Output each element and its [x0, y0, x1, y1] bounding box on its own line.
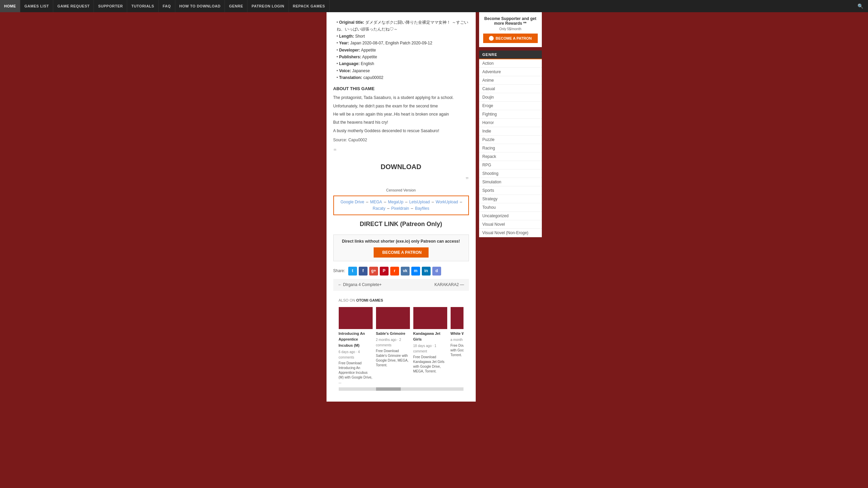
also-on-title-1: Introducing An Apprentice Incubus (M)	[339, 331, 373, 349]
link-workupload[interactable]: WorkUpload	[436, 200, 458, 204]
meta-original-title: Original title: ダメダメなボクに闘い降りた全裸定ママ女神！ ～す…	[337, 19, 469, 33]
quote-open-icon: ❝	[333, 146, 469, 156]
next-post-link[interactable]: KARAKARA2 —	[434, 282, 464, 288]
download-links-box: Google Drive – MEGA – MegaUp – LetsUploa…	[333, 196, 469, 215]
also-on-desc-4: Free Download W... with Google Drive Tor…	[451, 343, 463, 358]
genre-item-simulation: Simulation	[479, 178, 542, 186]
nav-genre[interactable]: GENRE	[225, 0, 248, 12]
link-racaty[interactable]: Racaty	[373, 206, 385, 211]
also-on-thumb-3[interactable]	[413, 307, 447, 329]
page-wrapper: Original title: ダメダメなボクに闘い降りた全裸定ママ女神！ ～す…	[0, 12, 868, 402]
patreon-notice-box: Direct links without shorter (exe.io) on…	[333, 235, 469, 261]
genre-header: GENRE	[479, 50, 542, 59]
list-item: Sable's Grimoire 2 months ago · 2 commen…	[376, 307, 410, 385]
list-item: White Wings a month ago · 1 c... Free Do…	[451, 307, 463, 385]
link-bayfiles[interactable]: Bayfiles	[415, 206, 429, 211]
meta-voice: Voice: Japanese	[337, 67, 469, 74]
story-line-4: But the heavens heard his cry!	[333, 119, 469, 126]
story-line-1: The protagonist, Tada Sasaburo, is a stu…	[333, 94, 469, 101]
meta-language: Language: English	[337, 60, 469, 67]
genre-item-horror: Horror	[479, 119, 542, 127]
also-on-title-2: Sable's Grimoire	[376, 331, 410, 337]
meta-developer: Developer: Appetite	[337, 47, 469, 54]
nav-how-to-download[interactable]: HOW TO DOWNLOAD	[175, 0, 225, 12]
also-on-grid: Introducing An Apprentice Incubus (M) 6 …	[339, 307, 463, 385]
list-item: Kandagawa Jet Girls 18 days ago · 1 comm…	[413, 307, 447, 385]
scroll-thumb[interactable]	[376, 387, 401, 391]
genre-list: Action Adventure Anime Casual Doujin Ero…	[479, 59, 542, 237]
link-pixeldrain[interactable]: Pixeldrain	[391, 206, 409, 211]
also-on-date-1: 6 days ago · 4 comments	[339, 349, 373, 360]
also-on-thumb-2[interactable]	[376, 307, 410, 329]
also-on-desc-3: Free Download Kandagawa Jet Girls with G…	[413, 355, 447, 374]
link-google-drive[interactable]: Google Drive	[340, 200, 364, 204]
genre-item-visual-novel-non-eroge: Visual Novel (Non-Eroge)	[479, 229, 542, 237]
also-on-title: ALSO ON OTOMI GAMES	[339, 298, 463, 304]
genre-item-repack: Repack	[479, 152, 542, 161]
direct-link-title: DIRECT LINK (Patreon Only)	[333, 219, 469, 229]
nav-supporter[interactable]: SUPPORTER	[94, 0, 127, 12]
link-letsupload[interactable]: LetsUpload	[409, 200, 430, 204]
story-line-3: He will be a ronin again this year..His …	[333, 111, 469, 118]
share-discord-button[interactable]: d	[432, 267, 441, 276]
also-on-date-2: 2 months ago · 2 comments	[376, 337, 410, 348]
share-messenger-button[interactable]: m	[411, 267, 420, 276]
quote-close-icon: ❞	[333, 175, 469, 185]
nav-patreon-login[interactable]: PATREON LOGIN	[248, 0, 289, 12]
share-twitter-button[interactable]: t	[348, 267, 357, 276]
patreon-icon	[489, 36, 494, 41]
share-facebook-button[interactable]: f	[359, 267, 368, 276]
also-on-title-3: Kandagawa Jet Girls	[413, 331, 447, 343]
also-on-section: ALSO ON OTOMI GAMES Introducing An Appre…	[333, 293, 469, 394]
share-pinterest-button[interactable]: P	[380, 267, 389, 276]
search-icon[interactable]: 🔍	[853, 0, 868, 12]
share-vk-button[interactable]: vk	[401, 267, 410, 276]
genre-item-sports: Sports	[479, 186, 542, 195]
sep-7: –	[411, 206, 414, 211]
meta-translation: Translation: capu00002	[337, 74, 469, 81]
story-line-2: Unfortunately, he didn't pass the exam f…	[333, 103, 469, 109]
sep-5: –	[460, 200, 462, 204]
censored-label: Censored Version	[333, 187, 469, 194]
supporter-title: Become Supporter and get more Rewards **	[483, 16, 538, 26]
scroll-bar[interactable]	[339, 387, 463, 391]
genre-item-indie: Indie	[479, 127, 542, 136]
post-nav: ← Dlrgana 4 Complete+ KARAKARA2 —	[333, 279, 469, 291]
sep-4: –	[432, 200, 435, 204]
genre-item-rpg: RPG	[479, 161, 542, 169]
link-mega[interactable]: MEGA	[370, 200, 382, 204]
genre-item-adventure: Adventure	[479, 68, 542, 76]
genre-item-anime: Anime	[479, 76, 542, 85]
share-linkedin-button[interactable]: in	[422, 267, 431, 276]
nav-faq[interactable]: FAQ	[159, 0, 175, 12]
nav-repack-games[interactable]: REPACK GAMES	[289, 0, 330, 12]
also-on-thumb-4[interactable]	[451, 307, 463, 329]
patreon-notice-text: Direct links without shorter (exe.io) on…	[337, 238, 465, 245]
meta-publisher: Publishers: Appetite	[337, 54, 469, 60]
nav-games-list[interactable]: GAMES LIST	[20, 0, 53, 12]
genre-item-uncategorized: Uncategorized	[479, 212, 542, 220]
genre-item-action: Action	[479, 59, 542, 68]
genre-item-touhou: Touhou	[479, 203, 542, 212]
meta-length: Length: Short	[337, 33, 469, 40]
also-on-date-3: 18 days ago · 1 comment	[413, 343, 447, 354]
nav-game-request[interactable]: GAME REQUEST	[53, 0, 94, 12]
supporter-box: Become Supporter and get more Rewards **…	[479, 12, 542, 47]
sep-1: –	[366, 200, 370, 204]
link-megaup[interactable]: MegaUp	[388, 200, 403, 204]
genre-item-doujin: Doujin	[479, 93, 542, 102]
also-on-date-4: a month ago · 1 c...	[451, 337, 463, 343]
nav-tutorials[interactable]: TUTORIALS	[127, 0, 158, 12]
also-on-desc-2: Free Download Sable's Grimoire with Goog…	[376, 349, 410, 368]
become-patron-button[interactable]: BECOME A PATRON	[483, 34, 538, 43]
patron-btn-label-inline: BECOME A PATRON	[382, 250, 422, 255]
become-patron-inline-button[interactable]: BECOME A PATRON	[374, 247, 429, 258]
nav-home[interactable]: HOME	[0, 0, 20, 12]
share-gplus-button[interactable]: g+	[369, 267, 378, 276]
also-on-thumb-1[interactable]	[339, 307, 373, 329]
genre-item-casual: Casual	[479, 85, 542, 93]
patron-btn-label: BECOME A PATRON	[496, 36, 532, 40]
prev-post-link[interactable]: ← Dlrgana 4 Complete+	[338, 282, 382, 288]
share-reddit-button[interactable]: r	[390, 267, 399, 276]
source-text: Source: Capu0002	[333, 137, 469, 143]
